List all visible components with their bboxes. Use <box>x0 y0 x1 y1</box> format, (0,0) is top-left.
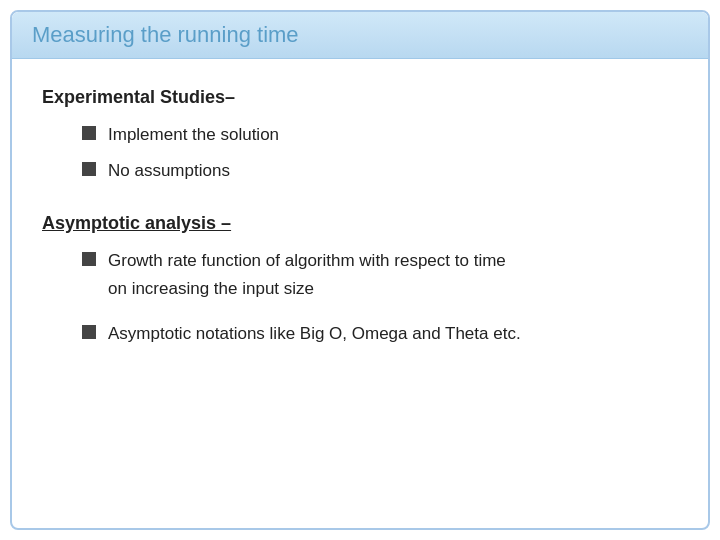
bullet-text-growth: Growth rate function of algorithm with r… <box>108 248 506 274</box>
bullet-icon-no-assumptions <box>82 162 96 176</box>
asymptotic-section: Asymptotic analysis – Growth rate functi… <box>42 213 678 347</box>
bullet-subline-growth: on increasing the input size <box>108 276 314 302</box>
bullet-icon-notations <box>82 325 96 339</box>
asymptotic-heading: Asymptotic analysis – <box>42 213 678 234</box>
bullet-no-assumptions: No assumptions <box>82 158 678 184</box>
slide-title: Measuring the running time <box>32 22 299 47</box>
experimental-heading: Experimental Studies– <box>42 87 678 108</box>
experimental-section: Experimental Studies– Implement the solu… <box>42 87 678 183</box>
slide-body: Experimental Studies– Implement the solu… <box>12 59 708 528</box>
bullet-text-notations: Asymptotic notations like Big O, Omega a… <box>108 321 521 347</box>
bullet-implement: Implement the solution <box>82 122 678 148</box>
slide-container: Measuring the running time Experimental … <box>10 10 710 530</box>
bullet-text-no-assumptions: No assumptions <box>108 158 230 184</box>
bullet-growth-rate: Growth rate function of algorithm with r… <box>82 248 678 311</box>
bullet-text-implement: Implement the solution <box>108 122 279 148</box>
slide-header: Measuring the running time <box>12 12 708 59</box>
experimental-bullet-list: Implement the solution No assumptions <box>82 122 678 183</box>
bullet-icon-implement <box>82 126 96 140</box>
asymptotic-bullet-list: Growth rate function of algorithm with r… <box>82 248 678 347</box>
bullet-icon-growth <box>82 252 96 266</box>
bullet-notations: Asymptotic notations like Big O, Omega a… <box>82 321 678 347</box>
